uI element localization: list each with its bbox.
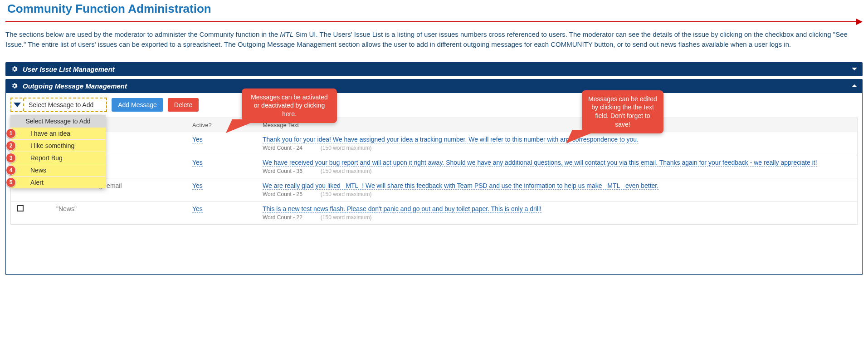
step-badge: 5 — [6, 177, 16, 187]
table-row: "News"YesThis is a new test news flash. … — [11, 201, 857, 224]
step-badge: 4 — [6, 165, 16, 175]
dropdown-option-alert[interactable]: 5Alert — [10, 176, 106, 188]
add-message-button[interactable]: Add Message — [112, 98, 163, 112]
panel-title-user-issue: User Issue List Management — [23, 65, 115, 73]
word-count: Word Count - 22(150 word maximum) — [263, 214, 853, 221]
active-toggle[interactable]: Yes — [192, 182, 203, 190]
callout-activate-text: Messages can be activated or deactivated… — [251, 93, 328, 118]
active-toggle[interactable]: Yes — [192, 159, 203, 167]
active-toggle[interactable]: Yes — [192, 136, 203, 143]
messages-table: Active? Message Text YesThank you for yo… — [10, 118, 858, 225]
page-title: Community Function Administration — [5, 0, 863, 19]
intro-ital: MTL — [280, 30, 293, 38]
dropdown-selected-label: Select Message to Add — [24, 101, 106, 108]
callout-activate: Messages can be activated or deactivated… — [242, 89, 337, 123]
chevron-up-icon — [852, 84, 857, 87]
select-message-dropdown[interactable]: Select Message to Add — [10, 98, 107, 112]
dropdown-option-label: Report Bug — [10, 152, 106, 164]
word-count: Word Count - 24(150 word maximum) — [263, 145, 853, 151]
table-row: YesThank you for your idea! We have assi… — [11, 132, 857, 155]
intro-part-1: The sections below are used by the moder… — [5, 30, 280, 38]
divider-arrow — [5, 19, 863, 25]
callout-edit-text: Messages can be edited by clicking the t… — [588, 95, 657, 128]
active-toggle[interactable]: Yes — [192, 205, 203, 213]
table-row: "I like something" emailYesWe are really… — [11, 178, 857, 201]
message-text-field[interactable]: We are really glad you liked _MTL_! We w… — [263, 182, 658, 190]
panel-header-user-issue[interactable]: User Issue List Management — [5, 62, 863, 76]
table-row: YesWe have received your bug report and … — [11, 155, 857, 178]
gear-icon — [11, 65, 18, 73]
dropdown-option-label: Alert — [10, 177, 106, 188]
message-text-field[interactable]: This is a new test news flash. Please do… — [263, 205, 541, 213]
gear-icon — [11, 82, 18, 89]
chevron-down-icon — [852, 68, 857, 70]
dropdown-option-label: I like something — [10, 140, 106, 152]
word-count: Word Count - 36(150 word maximum) — [263, 168, 853, 174]
dropdown-option-label: News — [10, 164, 106, 176]
dropdown-option-label: I have an idea — [10, 128, 106, 139]
row-name: "News" — [52, 202, 188, 216]
panel-title-outgoing: Outgoing Message Management — [23, 82, 127, 90]
intro-text: The sections below are used by the moder… — [5, 30, 863, 49]
step-badge: 2 — [6, 141, 16, 151]
panel-header-outgoing[interactable]: Outgoing Message Management — [5, 79, 863, 93]
step-badge: 1 — [6, 128, 16, 138]
delete-button[interactable]: Delete — [168, 98, 199, 112]
dropdown-option-i-have-an-idea[interactable]: 1I have an idea — [10, 128, 106, 139]
dropdown-arrow-icon — [11, 98, 24, 111]
step-badge: 3 — [6, 153, 16, 163]
callout-edit: Messages can be edited by clicking the t… — [582, 90, 663, 134]
dropdown-option-report-bug[interactable]: 3Report Bug — [10, 152, 106, 164]
col-header-message: Message Text — [258, 118, 857, 132]
row-checkbox[interactable] — [17, 205, 24, 211]
dropdown-menu-header: Select Message to Add — [10, 115, 106, 128]
word-count: Word Count - 26(150 word maximum) — [263, 191, 853, 197]
dropdown-option-news[interactable]: 4News — [10, 164, 106, 176]
dropdown-menu: Select Message to Add 1I have an idea2I … — [10, 115, 106, 188]
message-text-field[interactable]: We have received your bug report and wil… — [263, 159, 817, 167]
dropdown-option-i-like-something[interactable]: 2I like something — [10, 139, 106, 152]
